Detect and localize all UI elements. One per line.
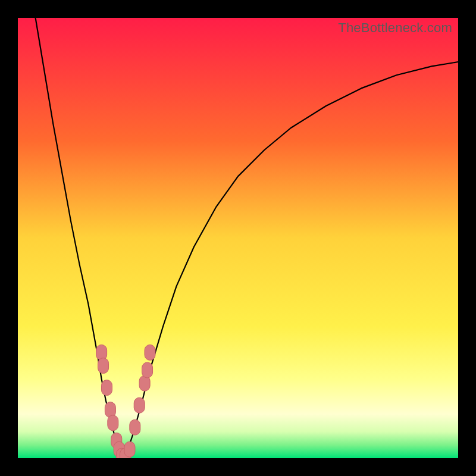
data-marker [101,380,112,396]
data-marker [134,397,145,413]
chart-frame: TheBottleneck.com [0,0,476,476]
data-marker [130,419,140,435]
data-marker [145,345,155,360]
data-marker [98,358,109,374]
chart-curves [18,18,458,458]
plot-area: TheBottleneck.com [18,18,458,458]
data-marker [142,362,153,378]
data-marker [96,345,107,360]
series-right-branch [124,62,458,458]
data-marker [108,415,118,431]
data-marker [124,441,135,457]
